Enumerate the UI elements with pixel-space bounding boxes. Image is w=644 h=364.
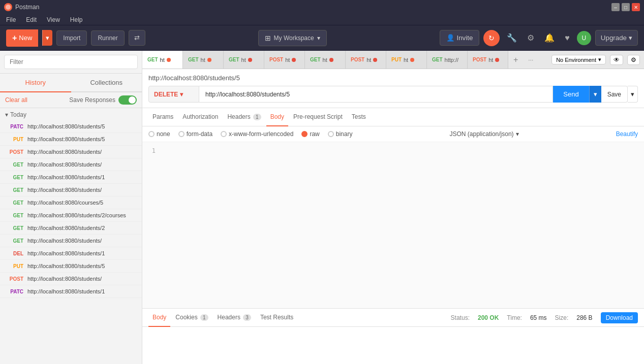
list-item[interactable]: GEThttp://localhost:8080/students/ — [0, 158, 142, 171]
time-value: 65 ms — [530, 314, 547, 321]
request-tab-8[interactable]: POST ht — [468, 51, 508, 69]
request-tab-3[interactable]: POST ht — [264, 51, 305, 69]
line-number: 1 — [144, 146, 156, 155]
settings-icon-btn[interactable]: ⚙ — [524, 30, 537, 46]
body-option-urlencoded[interactable]: x-www-form-urlencoded — [221, 130, 293, 138]
tab-params[interactable]: Params — [148, 108, 177, 126]
request-tab-7[interactable]: GET http:// — [427, 51, 468, 69]
url-input[interactable] — [199, 86, 553, 103]
tab-authorization[interactable]: Authorization — [178, 108, 222, 126]
person-icon: 👤 — [446, 34, 455, 42]
svg-point-0 — [6, 5, 11, 10]
heart-icon-btn[interactable]: ♥ — [562, 30, 573, 46]
tab-method-label: POST — [473, 57, 486, 62]
tab-body[interactable]: Body — [266, 108, 288, 126]
invite-button[interactable]: 👤 Invite — [440, 30, 480, 46]
send-dropdown-button[interactable]: ▾ — [589, 86, 601, 103]
postman-logo — [4, 3, 12, 11]
list-item[interactable]: GEThttp://localhost:8080/students/ — [0, 184, 142, 196]
request-tab-6[interactable]: PUT ht — [386, 51, 427, 69]
avatar[interactable]: U — [577, 31, 591, 45]
list-item[interactable]: POSThttp://localhost:8080/students/ — [0, 146, 142, 158]
time-label: Time: — [507, 314, 522, 321]
tab-headers[interactable]: Headers 1 — [223, 108, 265, 126]
tab-method-label: GET — [432, 57, 443, 62]
list-item[interactable]: GEThttp://localhost:8080/courses/5 — [0, 196, 142, 209]
search-input[interactable] — [4, 55, 138, 69]
list-item[interactable]: POSThttp://localhost:8080/students/ — [0, 273, 142, 285]
body-option-raw[interactable]: raw — [301, 130, 319, 138]
save-responses-toggle-btn[interactable] — [118, 95, 137, 105]
tab-method-label: GET — [310, 57, 321, 62]
new-button[interactable]: + New — [6, 29, 38, 47]
response-tab-tests[interactable]: Test Results — [256, 309, 297, 327]
body-option-binary[interactable]: binary — [328, 130, 353, 138]
save-responses-toggle: Save Responses — [69, 95, 137, 105]
close-button[interactable]: ✕ — [632, 3, 640, 11]
workspace-dropdown-icon: ▾ — [317, 35, 320, 42]
eye-button[interactable]: 👁 — [610, 55, 623, 65]
body-option-none[interactable]: none — [148, 130, 170, 138]
clear-all-button[interactable]: Clear all — [5, 96, 27, 104]
json-format-selector[interactable]: JSON (application/json) ▾ — [450, 130, 519, 138]
list-item[interactable]: PATChttp://localhost:8080/students/1 — [0, 285, 142, 298]
list-item[interactable]: PUThttp://localhost:8080/students/5 — [0, 260, 142, 273]
menu-file[interactable]: File — [4, 15, 18, 24]
request-tab-1[interactable]: GET ht — [183, 51, 224, 69]
import-button[interactable]: Import — [56, 30, 87, 46]
environment-selector[interactable]: No Environment ▾ — [551, 55, 606, 64]
tab-url-label: ht — [201, 57, 205, 63]
response-tab-body[interactable]: Body — [148, 309, 170, 327]
tab-dot — [410, 58, 414, 62]
tab-url-label: ht — [323, 57, 327, 63]
code-content[interactable] — [158, 142, 644, 308]
tab-url-label: ht — [488, 57, 493, 63]
list-item[interactable]: GEThttp://localhost:8080/students/ — [0, 235, 142, 247]
settings-env-button[interactable]: ⚙ — [627, 55, 640, 65]
menu-edit[interactable]: Edit — [24, 15, 39, 24]
add-tab-button[interactable]: + — [508, 51, 523, 69]
send-button[interactable]: Send — [553, 86, 589, 103]
list-item[interactable]: DELhttp://localhost:8080/students/1 — [0, 247, 142, 260]
list-item[interactable]: PATChttp://localhost:8080/students/5 — [0, 120, 142, 133]
response-tab-cookies[interactable]: Cookies 1 — [171, 309, 212, 327]
tab-prerequest[interactable]: Pre-request Script — [289, 108, 347, 126]
upgrade-button[interactable]: Upgrade ▾ — [595, 30, 638, 46]
tab-url-label: http:// — [445, 57, 459, 63]
tab-history[interactable]: History — [0, 74, 71, 92]
body-option-formdata[interactable]: form-data — [178, 130, 212, 138]
list-item[interactable]: GEThttp://localhost:8080/students/2 — [0, 222, 142, 235]
beautify-button[interactable]: Beautify — [616, 130, 638, 138]
notifications-icon-btn[interactable]: 🔔 — [541, 30, 558, 46]
sync-button[interactable]: ⇄ — [129, 30, 145, 46]
method-selector[interactable]: DELETE ▾ — [148, 86, 199, 103]
maximize-button[interactable]: □ — [622, 3, 630, 11]
list-item[interactable]: GEThttp://localhost:8080/students/1 — [0, 171, 142, 184]
minimize-button[interactable]: – — [611, 3, 620, 11]
request-tab-0[interactable]: GET ht — [142, 51, 183, 69]
menu-help[interactable]: Help — [68, 15, 85, 24]
tab-collections[interactable]: Collections — [71, 74, 142, 91]
tab-method-label: GET — [188, 57, 199, 62]
code-editor[interactable]: 1 — [142, 142, 644, 308]
list-item[interactable]: GEThttp://localhost:8080/students/2/cour… — [0, 209, 142, 222]
request-tab-4[interactable]: GET ht — [305, 51, 346, 69]
request-tab-5[interactable]: POST ht — [346, 51, 386, 69]
tab-dot — [248, 58, 252, 62]
runner-button[interactable]: Runner — [91, 30, 124, 46]
save-button[interactable]: Save — [601, 86, 628, 103]
refresh-button[interactable]: ↻ — [483, 30, 500, 46]
save-dropdown-button[interactable]: ▾ — [628, 86, 638, 103]
list-item[interactable]: PUThttp://localhost:8080/students/5 — [0, 133, 142, 146]
response-tab-headers[interactable]: Headers 3 — [213, 309, 255, 327]
request-tab-2[interactable]: GET ht — [224, 51, 264, 69]
workspace-selector[interactable]: ⊞ My Workspace ▾ — [258, 30, 327, 46]
history-section-today: ▾ Today — [0, 108, 142, 120]
tab-url-label: ht — [285, 57, 290, 63]
more-tabs-button[interactable]: ··· — [523, 51, 538, 69]
new-dropdown-button[interactable]: ▾ — [42, 30, 52, 46]
tab-tests[interactable]: Tests — [348, 108, 370, 126]
menu-view[interactable]: View — [45, 15, 62, 24]
wrench-icon-btn[interactable]: 🔧 — [504, 30, 520, 46]
download-button[interactable]: Download — [601, 312, 638, 323]
